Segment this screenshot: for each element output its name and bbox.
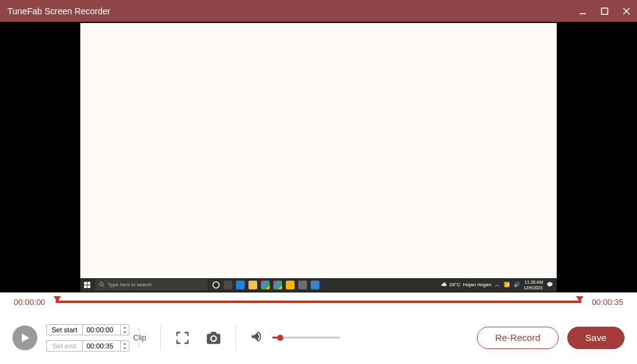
preview-area: Type here to search ☁️ 28°C Hujan ringan (0, 22, 637, 292)
volume-slider[interactable] (272, 337, 341, 338)
tray-sound-icon: 🔊 (514, 282, 520, 287)
separator-2 (235, 325, 236, 350)
timeline-end-time: 00:00:35 (592, 297, 623, 307)
recorded-taskbar: Type here to search ☁️ 28°C Hujan ringan (80, 278, 557, 292)
explorer-icon (248, 281, 257, 289)
svg-point-10 (213, 282, 219, 288)
svg-line-9 (103, 286, 104, 287)
rerecord-button[interactable]: Re-Record (477, 327, 559, 349)
app-title: TuneFab Screen Recorder (7, 6, 110, 16)
set-end-label: Set end (46, 340, 82, 352)
close-button[interactable] (615, 0, 637, 22)
minimize-button[interactable] (572, 0, 593, 22)
svg-rect-4 (84, 282, 87, 285)
action-buttons: Re-Record Save (477, 327, 625, 349)
cloud-icon: ☁️ (441, 282, 447, 287)
preview-frame[interactable]: Type here to search ☁️ 28°C Hujan ringan (80, 23, 557, 292)
clock-date: 12/9/2021 (524, 285, 543, 291)
recorded-taskbar-icons (212, 281, 319, 289)
svg-marker-11 (22, 334, 29, 342)
set-start-time[interactable]: 00:00:00 (82, 324, 121, 335)
timeline-end-handle[interactable] (576, 296, 583, 302)
app-icon-2 (311, 281, 319, 289)
save-button[interactable]: Save (567, 327, 625, 349)
play-button[interactable] (12, 325, 37, 350)
volume-control (250, 329, 341, 347)
volume-icon[interactable] (250, 329, 266, 347)
clip-bracket-icon: ┐ (137, 325, 142, 332)
notifications-icon: 💬 (547, 282, 553, 287)
windows-start-icon (80, 278, 94, 292)
recorded-clock: 11:28 AM 12/9/2021 (524, 279, 543, 291)
set-start-stepper[interactable]: ▲▼ (121, 324, 130, 335)
snapshot-button[interactable] (205, 330, 222, 346)
chrome-icon (261, 281, 270, 289)
timeline-start-time: 00:00:00 (14, 297, 45, 307)
fullscreen-button[interactable] (174, 330, 191, 346)
timeline: 00:00:00 00:00:35 (0, 292, 637, 311)
timeline-track[interactable] (55, 301, 582, 303)
tray-chevron-icon: ︿ (495, 281, 500, 288)
edge-icon (236, 281, 245, 289)
cortana-icon (212, 281, 220, 289)
app-icon-1 (298, 281, 307, 289)
weather-temp: 28°C (450, 282, 461, 287)
clip-bracket-icon-2: ┘ (137, 343, 142, 350)
note-icon (286, 281, 295, 289)
taskview-icon (224, 281, 232, 289)
recorded-system-tray: ☁️ 28°C Hujan ringan ︿ 📶 🔊 11:28 AM 12/9… (441, 279, 557, 291)
tool-icons (174, 330, 222, 346)
maximize-button[interactable] (593, 0, 615, 22)
clip-controls: Set start 00:00:00 ▲▼ Set end 00:00:35 ▲… (46, 324, 146, 352)
chrome-icon-2 (273, 281, 282, 289)
weather-desc: Hujan ringan (463, 282, 491, 287)
separator (160, 325, 161, 350)
svg-rect-7 (88, 285, 91, 288)
clock-time: 11:28 AM (524, 279, 543, 285)
svg-rect-6 (84, 285, 87, 288)
volume-handle[interactable] (277, 335, 283, 341)
svg-point-8 (100, 282, 103, 286)
svg-rect-5 (88, 282, 91, 285)
titlebar: TuneFab Screen Recorder (0, 0, 637, 22)
set-start-label: Set start (46, 324, 82, 335)
weather-widget: ☁️ 28°C Hujan ringan (441, 282, 491, 287)
svg-rect-1 (602, 8, 608, 14)
tray-wifi-icon: 📶 (504, 282, 510, 287)
recorded-search-placeholder: Type here to search (108, 282, 152, 287)
set-end-control[interactable]: Set end 00:00:35 ▲▼ (46, 340, 130, 352)
set-end-time[interactable]: 00:00:35 (82, 340, 121, 352)
set-start-control[interactable]: Set start 00:00:00 ▲▼ (46, 324, 130, 335)
clip-button[interactable]: Clip (133, 334, 146, 342)
set-end-stepper[interactable]: ▲▼ (121, 340, 130, 352)
recorded-search-box: Type here to search (95, 279, 207, 291)
timeline-start-handle[interactable] (54, 296, 61, 302)
bottom-toolbar: Set start 00:00:00 ▲▼ Set end 00:00:35 ▲… (0, 311, 637, 364)
